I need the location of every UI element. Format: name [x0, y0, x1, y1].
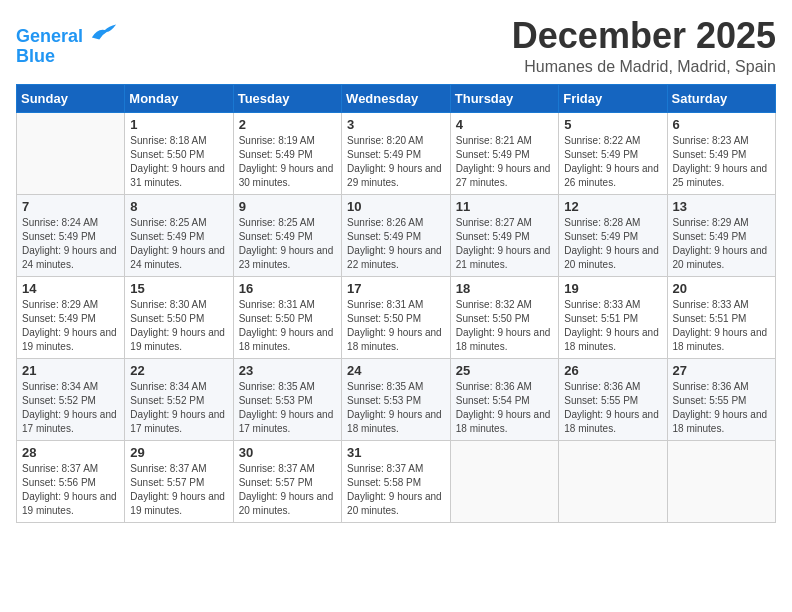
sunset-text: Sunset: 5:57 PM [239, 476, 336, 490]
daylight-text: Daylight: 9 hours and 22 minutes. [347, 244, 445, 272]
calendar-week-row: 28Sunrise: 8:37 AMSunset: 5:56 PMDayligh… [17, 440, 776, 522]
table-row: 7Sunrise: 8:24 AMSunset: 5:49 PMDaylight… [17, 194, 125, 276]
daylight-text: Daylight: 9 hours and 20 minutes. [564, 244, 661, 272]
table-row: 15Sunrise: 8:30 AMSunset: 5:50 PMDayligh… [125, 276, 233, 358]
sunrise-text: Sunrise: 8:31 AM [347, 298, 445, 312]
day-number: 8 [130, 199, 227, 214]
logo-blue: Blue [16, 46, 55, 66]
table-row: 29Sunrise: 8:37 AMSunset: 5:57 PMDayligh… [125, 440, 233, 522]
sunrise-text: Sunrise: 8:21 AM [456, 134, 553, 148]
table-row: 5Sunrise: 8:22 AMSunset: 5:49 PMDaylight… [559, 112, 667, 194]
sunset-text: Sunset: 5:50 PM [239, 312, 336, 326]
table-row: 9Sunrise: 8:25 AMSunset: 5:49 PMDaylight… [233, 194, 341, 276]
daylight-text: Daylight: 9 hours and 24 minutes. [130, 244, 227, 272]
calendar-week-row: 1Sunrise: 8:18 AMSunset: 5:50 PMDaylight… [17, 112, 776, 194]
sunset-text: Sunset: 5:49 PM [130, 230, 227, 244]
table-row: 10Sunrise: 8:26 AMSunset: 5:49 PMDayligh… [342, 194, 451, 276]
daylight-text: Daylight: 9 hours and 18 minutes. [564, 408, 661, 436]
day-number: 27 [673, 363, 771, 378]
sunrise-text: Sunrise: 8:37 AM [347, 462, 445, 476]
sunrise-text: Sunrise: 8:37 AM [130, 462, 227, 476]
table-row: 14Sunrise: 8:29 AMSunset: 5:49 PMDayligh… [17, 276, 125, 358]
table-row: 23Sunrise: 8:35 AMSunset: 5:53 PMDayligh… [233, 358, 341, 440]
day-number: 2 [239, 117, 336, 132]
sunrise-text: Sunrise: 8:35 AM [347, 380, 445, 394]
day-info: Sunrise: 8:31 AMSunset: 5:50 PMDaylight:… [347, 298, 445, 354]
sunrise-text: Sunrise: 8:37 AM [22, 462, 119, 476]
sunset-text: Sunset: 5:49 PM [564, 230, 661, 244]
sunrise-text: Sunrise: 8:29 AM [22, 298, 119, 312]
daylight-text: Daylight: 9 hours and 18 minutes. [456, 408, 553, 436]
table-row: 26Sunrise: 8:36 AMSunset: 5:55 PMDayligh… [559, 358, 667, 440]
sunset-text: Sunset: 5:50 PM [347, 312, 445, 326]
day-info: Sunrise: 8:37 AMSunset: 5:57 PMDaylight:… [130, 462, 227, 518]
day-info: Sunrise: 8:33 AMSunset: 5:51 PMDaylight:… [564, 298, 661, 354]
daylight-text: Daylight: 9 hours and 19 minutes. [130, 490, 227, 518]
table-row: 11Sunrise: 8:27 AMSunset: 5:49 PMDayligh… [450, 194, 558, 276]
sunset-text: Sunset: 5:49 PM [456, 148, 553, 162]
logo-bird-icon [90, 20, 118, 42]
day-info: Sunrise: 8:20 AMSunset: 5:49 PMDaylight:… [347, 134, 445, 190]
day-number: 11 [456, 199, 553, 214]
table-row: 6Sunrise: 8:23 AMSunset: 5:49 PMDaylight… [667, 112, 776, 194]
day-info: Sunrise: 8:18 AMSunset: 5:50 PMDaylight:… [130, 134, 227, 190]
table-row: 17Sunrise: 8:31 AMSunset: 5:50 PMDayligh… [342, 276, 451, 358]
sunset-text: Sunset: 5:49 PM [673, 230, 771, 244]
title-section: December 2025 Humanes de Madrid, Madrid,… [512, 16, 776, 76]
day-number: 22 [130, 363, 227, 378]
sunset-text: Sunset: 5:49 PM [347, 148, 445, 162]
day-info: Sunrise: 8:37 AMSunset: 5:57 PMDaylight:… [239, 462, 336, 518]
sunrise-text: Sunrise: 8:33 AM [564, 298, 661, 312]
daylight-text: Daylight: 9 hours and 29 minutes. [347, 162, 445, 190]
daylight-text: Daylight: 9 hours and 17 minutes. [239, 408, 336, 436]
day-info: Sunrise: 8:25 AMSunset: 5:49 PMDaylight:… [239, 216, 336, 272]
sunset-text: Sunset: 5:53 PM [239, 394, 336, 408]
sunset-text: Sunset: 5:52 PM [130, 394, 227, 408]
table-row: 16Sunrise: 8:31 AMSunset: 5:50 PMDayligh… [233, 276, 341, 358]
sunset-text: Sunset: 5:50 PM [130, 312, 227, 326]
sunrise-text: Sunrise: 8:20 AM [347, 134, 445, 148]
daylight-text: Daylight: 9 hours and 18 minutes. [456, 326, 553, 354]
day-number: 1 [130, 117, 227, 132]
daylight-text: Daylight: 9 hours and 18 minutes. [239, 326, 336, 354]
table-row: 2Sunrise: 8:19 AMSunset: 5:49 PMDaylight… [233, 112, 341, 194]
day-info: Sunrise: 8:29 AMSunset: 5:49 PMDaylight:… [22, 298, 119, 354]
sunrise-text: Sunrise: 8:37 AM [239, 462, 336, 476]
day-info: Sunrise: 8:35 AMSunset: 5:53 PMDaylight:… [347, 380, 445, 436]
sunrise-text: Sunrise: 8:34 AM [22, 380, 119, 394]
table-row: 31Sunrise: 8:37 AMSunset: 5:58 PMDayligh… [342, 440, 451, 522]
sunrise-text: Sunrise: 8:22 AM [564, 134, 661, 148]
sunset-text: Sunset: 5:49 PM [239, 148, 336, 162]
day-number: 18 [456, 281, 553, 296]
day-number: 6 [673, 117, 771, 132]
day-info: Sunrise: 8:35 AMSunset: 5:53 PMDaylight:… [239, 380, 336, 436]
day-info: Sunrise: 8:36 AMSunset: 5:55 PMDaylight:… [673, 380, 771, 436]
day-number: 17 [347, 281, 445, 296]
daylight-text: Daylight: 9 hours and 24 minutes. [22, 244, 119, 272]
sunset-text: Sunset: 5:50 PM [456, 312, 553, 326]
calendar-week-row: 7Sunrise: 8:24 AMSunset: 5:49 PMDaylight… [17, 194, 776, 276]
day-info: Sunrise: 8:27 AMSunset: 5:49 PMDaylight:… [456, 216, 553, 272]
daylight-text: Daylight: 9 hours and 19 minutes. [22, 326, 119, 354]
sunrise-text: Sunrise: 8:18 AM [130, 134, 227, 148]
sunset-text: Sunset: 5:51 PM [673, 312, 771, 326]
table-row: 4Sunrise: 8:21 AMSunset: 5:49 PMDaylight… [450, 112, 558, 194]
table-row: 22Sunrise: 8:34 AMSunset: 5:52 PMDayligh… [125, 358, 233, 440]
table-row: 30Sunrise: 8:37 AMSunset: 5:57 PMDayligh… [233, 440, 341, 522]
sunset-text: Sunset: 5:54 PM [456, 394, 553, 408]
table-row: 24Sunrise: 8:35 AMSunset: 5:53 PMDayligh… [342, 358, 451, 440]
day-info: Sunrise: 8:34 AMSunset: 5:52 PMDaylight:… [22, 380, 119, 436]
day-info: Sunrise: 8:23 AMSunset: 5:49 PMDaylight:… [673, 134, 771, 190]
table-row: 1Sunrise: 8:18 AMSunset: 5:50 PMDaylight… [125, 112, 233, 194]
day-number: 13 [673, 199, 771, 214]
day-info: Sunrise: 8:36 AMSunset: 5:55 PMDaylight:… [564, 380, 661, 436]
table-row [667, 440, 776, 522]
day-number: 26 [564, 363, 661, 378]
daylight-text: Daylight: 9 hours and 20 minutes. [239, 490, 336, 518]
sunset-text: Sunset: 5:49 PM [22, 312, 119, 326]
table-row [17, 112, 125, 194]
sunset-text: Sunset: 5:55 PM [564, 394, 661, 408]
day-info: Sunrise: 8:22 AMSunset: 5:49 PMDaylight:… [564, 134, 661, 190]
daylight-text: Daylight: 9 hours and 18 minutes. [673, 326, 771, 354]
table-row: 3Sunrise: 8:20 AMSunset: 5:49 PMDaylight… [342, 112, 451, 194]
